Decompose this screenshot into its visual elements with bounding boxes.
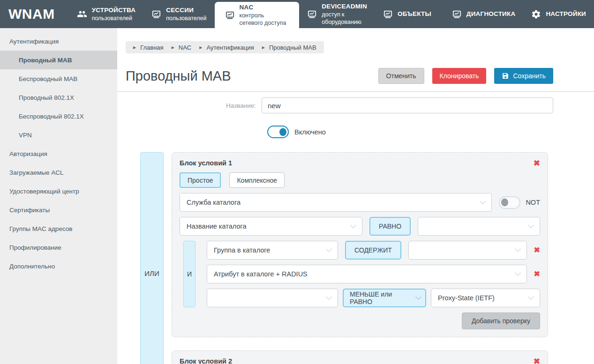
nav-label: ОБЪЕКТЫ xyxy=(398,10,431,18)
block-title: Блок условий 2 xyxy=(180,357,232,364)
or-logic-bar: ИЛИ xyxy=(140,152,164,364)
remove-block-icon[interactable]: ✖ xyxy=(534,357,540,364)
main-content: ▶Главная ▶NAC ▶Аутентификация ▶Проводный… xyxy=(117,28,594,364)
top-bar: WNAM УСТРОЙСТВА пользователей СЕССИИ пол… xyxy=(0,0,594,28)
nav-settings[interactable]: НАСТРОЙКИ xyxy=(523,0,594,28)
chevron-down-icon xyxy=(528,222,534,228)
nav-sessions[interactable]: СЕССИИ пользователей xyxy=(143,0,214,28)
chevron-down-icon xyxy=(415,294,421,300)
breadcrumb-authentication[interactable]: ▶Аутентификация xyxy=(199,44,254,51)
nav-diagnostics[interactable]: ДИАГНОСТИКА xyxy=(444,0,524,28)
users-icon xyxy=(77,9,87,19)
nav-sublabel: пользователей xyxy=(92,15,136,22)
sidebar-item-mac-groups[interactable]: Группы MAC адресов xyxy=(0,219,117,238)
field-select[interactable] xyxy=(207,289,338,307)
sidebar-item-profiling[interactable]: Профилирование xyxy=(0,238,117,257)
sidebar-item-downloadable-acl[interactable]: Загружаемые ACL xyxy=(0,163,117,182)
chevron-down-icon xyxy=(515,246,521,252)
chevron-down-icon xyxy=(326,294,332,300)
monitor-chart-icon xyxy=(383,9,393,19)
source-select[interactable]: Служба каталога xyxy=(180,193,492,212)
enabled-toggle[interactable] xyxy=(267,126,289,138)
nav-sublabel: доступ к оборудованию xyxy=(322,11,367,26)
operator-less-or-equal-select[interactable]: МЕНЬШЕ или РАВНО xyxy=(343,289,426,307)
cancel-button[interactable]: Отменить xyxy=(378,68,424,84)
monitor-chart-icon xyxy=(225,10,235,20)
block-title: Блок условий 1 xyxy=(180,159,232,167)
save-icon xyxy=(502,72,509,80)
triangle-icon: ▶ xyxy=(172,45,174,50)
chevron-down-icon xyxy=(480,198,486,204)
page-title: Проводный MAB xyxy=(126,67,231,85)
sidebar-item-wireless-8021x[interactable]: Беспроводный 802.1X xyxy=(0,107,117,126)
chevron-down-icon xyxy=(528,294,534,300)
top-nav: УСТРОЙСТВА пользователей СЕССИИ пользова… xyxy=(69,0,594,28)
sidebar-item-vpn[interactable]: VPN xyxy=(0,126,117,144)
breadcrumb-home[interactable]: ▶Главная xyxy=(133,44,164,51)
not-label: NOT xyxy=(526,199,540,206)
triangle-icon: ▶ xyxy=(199,45,202,50)
sidebar-item-authorization[interactable]: Авторизация xyxy=(0,144,117,163)
gear-icon xyxy=(531,9,541,19)
chevron-down-icon xyxy=(326,246,332,252)
nav-objects[interactable]: ОБЪЕКТЫ xyxy=(375,0,439,28)
nav-label: НАСТРОЙКИ xyxy=(546,10,586,18)
name-input[interactable] xyxy=(262,97,553,113)
condition-block-1: Блок условий 1 ✖ Простое Комплексное Слу… xyxy=(172,152,548,337)
tab-complex[interactable]: Комплексное xyxy=(229,172,285,188)
operator-contains-button[interactable]: СОДЕРЖИТ xyxy=(345,241,401,260)
value-select[interactable] xyxy=(408,241,527,260)
and-logic-bar: И xyxy=(183,241,195,307)
name-label: Название: xyxy=(126,102,262,109)
tab-simple[interactable]: Простое xyxy=(180,172,221,188)
brand-logo[interactable]: WNAM xyxy=(0,0,69,28)
sidebar-item-certificates[interactable]: Сертификаты xyxy=(0,201,117,219)
not-toggle[interactable] xyxy=(499,196,520,209)
monitor-chart-icon xyxy=(452,9,462,19)
nav-sublabel: пользователей xyxy=(166,15,206,22)
breadcrumb-nac[interactable]: ▶NAC xyxy=(172,44,192,51)
clone-button[interactable]: Клонировать xyxy=(432,68,487,84)
remove-check-icon[interactable]: ✖ xyxy=(534,246,540,254)
sidebar-item-wireless-mab[interactable]: Беспроводный MAB xyxy=(0,69,117,88)
sidebar-item-additional[interactable]: Дополнительно xyxy=(0,257,117,275)
breadcrumb: ▶Главная ▶NAC ▶Аутентификация ▶Проводный… xyxy=(126,41,324,53)
monitor-chart-icon xyxy=(307,9,317,19)
chevron-down-icon xyxy=(350,222,356,228)
enabled-label: Включено xyxy=(294,128,326,136)
sidebar-item-wired-mab[interactable]: Проводный MAB xyxy=(0,51,117,69)
save-button[interactable]: Сохранить xyxy=(494,68,553,84)
toggle-knob xyxy=(501,199,508,207)
remove-check-icon[interactable]: ✖ xyxy=(534,270,540,278)
nav-devices[interactable]: УСТРОЙСТВА пользователей xyxy=(69,0,144,28)
nav-label: СЕССИИ xyxy=(166,6,206,15)
nav-label: NAC xyxy=(240,3,289,12)
nav-label: DEVICEADMIN xyxy=(322,2,367,11)
nav-deviceadmin[interactable]: DEVICEADMIN доступ к оборудованию xyxy=(299,0,375,28)
breadcrumb-wired-mab[interactable]: ▶Проводный MAB xyxy=(262,44,316,51)
remove-block-icon[interactable]: ✖ xyxy=(534,159,540,167)
nav-label: ДИАГНОСТИКА xyxy=(466,10,516,18)
nav-sublabel: контроль сетевого доступа xyxy=(240,12,289,27)
sidebar-item-certificate-authority[interactable]: Удостоверяющий центр xyxy=(0,182,117,201)
triangle-icon: ▶ xyxy=(262,45,265,50)
chevron-down-icon xyxy=(515,270,521,276)
monitor-chart-icon xyxy=(151,9,161,19)
sidebar-item-wired-8021x[interactable]: Проводный 802.1X xyxy=(0,88,117,107)
field-select[interactable]: Атрибут в каталоге + RADIUS xyxy=(207,265,527,283)
value-select[interactable]: Proxy-State (IETF) xyxy=(431,289,540,307)
add-check-button[interactable]: Добавить проверку xyxy=(462,312,540,329)
condition-block-2: Блок условий 2 ✖ Простое Комплексное xyxy=(172,350,548,364)
triangle-icon: ▶ xyxy=(133,45,136,50)
operator-equals-button[interactable]: РАВНО xyxy=(369,217,411,236)
field-select[interactable]: Группа в каталоге xyxy=(207,241,338,260)
toggle-knob xyxy=(279,128,286,136)
nav-label: УСТРОЙСТВА xyxy=(92,6,136,15)
sidebar-item-authentication[interactable]: Аутентификация xyxy=(0,32,117,51)
value-select[interactable] xyxy=(418,217,540,236)
nav-nac-active-tab[interactable]: NAC контроль сетевого доступа xyxy=(215,2,300,28)
field-select[interactable]: Название каталога xyxy=(180,217,362,236)
sidebar: Аутентификация Проводный MAB Беспроводны… xyxy=(0,28,117,364)
